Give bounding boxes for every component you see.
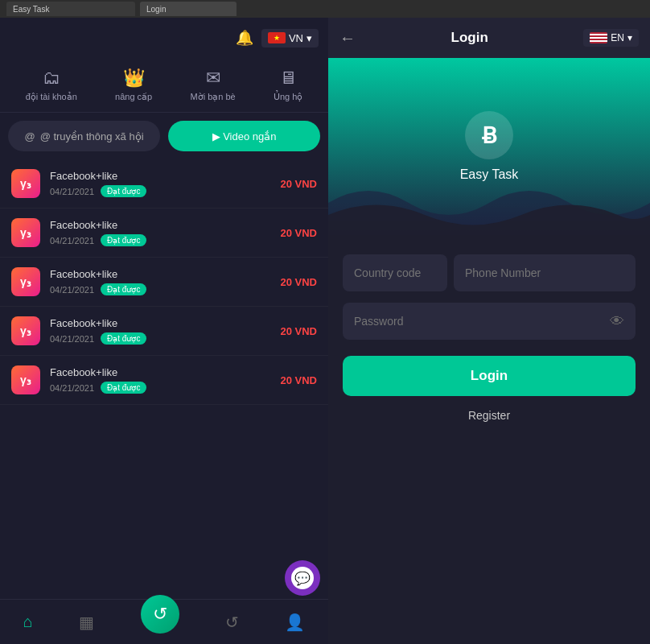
register-link[interactable]: Register [343, 409, 636, 422]
task-date-0: 04/21/2021 [50, 187, 94, 196]
logo-icon: Ƀ [482, 122, 497, 149]
register-label: Register [468, 409, 510, 422]
bottom-nav-profile[interactable]: 👤 [285, 613, 305, 632]
task-amount-2: 20 VND [280, 276, 317, 288]
social-icon: @ [24, 130, 35, 142]
task-details-0: Facebook+like 04/21/2021 Đạt được [50, 170, 270, 197]
task-list: γ₃ Facebook+like 04/21/2021 Đạt được 20 … [0, 159, 328, 599]
login-button[interactable]: Login [343, 356, 636, 396]
add-icon: ↺ [153, 604, 167, 625]
main-area: 🔔 VN ▾ 🗂 đội tài khoản 👑 nâng cấp ✉ Mời … [0, 18, 650, 644]
lang-code: VN [289, 32, 303, 44]
nav-icons-row: 🗂 đội tài khoản 👑 nâng cấp ✉ Mời bạn bè … [0, 58, 328, 113]
task-icon-2: γ₃ [11, 267, 40, 296]
wallet-icon: ↺ [225, 613, 239, 632]
filter-video-button[interactable]: ▶ Video ngắn [168, 121, 320, 151]
home-icon: ⌂ [23, 613, 33, 631]
task-details-4: Facebook+like 04/21/2021 Đạt được [50, 366, 270, 394]
nav-label-support: Ủng hộ [274, 92, 302, 102]
nav-item-account[interactable]: 🗂 đội tài khoản [26, 68, 77, 102]
task-badge-3: Đạt được [101, 332, 146, 345]
bottom-nav-wallet[interactable]: ↺ [225, 613, 239, 632]
chat-bubble-button[interactable]: 💬 [285, 560, 320, 596]
login-title: Login [451, 30, 488, 46]
browser-tab-1[interactable]: Easy Task [6, 2, 135, 16]
login-hero: Ƀ Easy Task [328, 58, 650, 235]
task-badge-2: Đạt được [101, 283, 146, 295]
task-date-2: 04/21/2021 [50, 285, 94, 295]
back-button[interactable]: ← [339, 29, 356, 47]
table-row[interactable]: γ₃ Facebook+like 04/21/2021 Đạt được 20 … [0, 356, 328, 405]
task-name-2: Facebook+like [50, 268, 270, 280]
chevron-down-icon: ▾ [306, 32, 312, 44]
bottom-nav-tasks[interactable]: ▦ [79, 613, 94, 632]
task-date-4: 04/21/2021 [50, 383, 94, 393]
login-header: ← Login EN ▾ [328, 18, 650, 58]
nav-label-upgrade: nâng cấp [115, 92, 152, 102]
phone-row [343, 254, 636, 291]
browser-bar: Easy Task Login [0, 0, 650, 18]
nav-item-invite[interactable]: ✉ Mời bạn bè [190, 68, 235, 102]
filter-social-button[interactable]: @ @ truyền thông xã hội [8, 121, 160, 151]
task-date-row-1: 04/21/2021 Đạt được [50, 234, 270, 246]
task-amount-4: 20 VND [280, 374, 317, 386]
task-details-3: Facebook+like 04/21/2021 Đạt được [50, 317, 270, 345]
task-badge-1: Đạt được [101, 234, 146, 246]
task-name-1: Facebook+like [50, 219, 270, 231]
task-date-3: 04/21/2021 [50, 334, 94, 344]
chat-icon: 💬 [294, 571, 311, 586]
account-icon: 🗂 [43, 68, 60, 89]
language-selector-en[interactable]: EN ▾ [583, 29, 639, 47]
left-panel: 🔔 VN ▾ 🗂 đội tài khoản 👑 nâng cấp ✉ Mời … [0, 18, 328, 644]
chevron-down-icon: ▾ [627, 32, 632, 43]
phone-number-input[interactable] [454, 254, 636, 291]
app-name: Easy Task [460, 167, 519, 182]
table-row[interactable]: γ₃ Facebook+like 04/21/2021 Đạt được 20 … [0, 159, 328, 208]
nav-label-invite: Mời bạn bè [190, 92, 235, 102]
table-row[interactable]: γ₃ Facebook+like 04/21/2021 Đạt được 20 … [0, 208, 328, 258]
right-panel: ← Login EN ▾ Ƀ Easy Task [328, 18, 650, 644]
support-icon: 🖥 [279, 68, 297, 89]
task-date-row-0: 04/21/2021 Đạt được [50, 185, 270, 197]
login-form: 👁 Login Register [328, 235, 650, 644]
eye-icon[interactable]: 👁 [610, 313, 624, 330]
left-header: 🔔 VN ▾ [0, 18, 328, 58]
language-selector-vn[interactable]: VN ▾ [261, 29, 319, 47]
task-icon-3: γ₃ [11, 316, 40, 345]
filter-row: @ @ truyền thông xã hội ▶ Video ngắn [0, 113, 328, 159]
filter-video-label: ▶ Video ngắn [212, 130, 277, 142]
task-badge-0: Đạt được [101, 185, 146, 197]
table-row[interactable]: γ₃ Facebook+like 04/21/2021 Đạt được 20 … [0, 307, 328, 356]
country-code-input[interactable] [343, 254, 447, 291]
task-date-row-2: 04/21/2021 Đạt được [50, 283, 270, 295]
bottom-nav: ⌂ ▦ ↺ ↺ 👤 [0, 599, 328, 644]
bottom-nav-home[interactable]: ⌂ [23, 613, 33, 631]
login-button-label: Login [471, 368, 508, 383]
task-badge-4: Đạt được [101, 382, 146, 394]
upgrade-icon: 👑 [123, 68, 145, 89]
bell-icon[interactable]: 🔔 [236, 29, 253, 47]
task-date-row-4: 04/21/2021 Đạt được [50, 382, 270, 394]
grid-icon: ▦ [79, 613, 94, 632]
profile-icon: 👤 [285, 613, 305, 632]
task-amount-3: 20 VND [280, 325, 317, 337]
task-amount-0: 20 VND [280, 178, 317, 190]
nav-item-support[interactable]: 🖥 Ủng hộ [274, 68, 302, 102]
table-row[interactable]: γ₃ Facebook+like 04/21/2021 Đạt được 20 … [0, 258, 328, 307]
nav-item-upgrade[interactable]: 👑 nâng cấp [115, 68, 152, 102]
task-icon-0: γ₃ [11, 169, 40, 198]
task-icon-4: γ₃ [11, 365, 40, 394]
task-name-4: Facebook+like [50, 366, 270, 378]
task-name-0: Facebook+like [50, 170, 270, 182]
bottom-nav-add-button[interactable]: ↺ [141, 595, 179, 634]
tab-label-1: Easy Task [13, 5, 49, 14]
lang-label: EN [611, 32, 624, 43]
password-input[interactable] [343, 303, 636, 340]
task-date-row-3: 04/21/2021 Đạt được [50, 332, 270, 345]
invite-icon: ✉ [206, 68, 220, 89]
tab-label-2: Login [146, 5, 166, 14]
browser-tab-2[interactable]: Login [140, 2, 237, 16]
task-icon-1: γ₃ [11, 218, 40, 247]
task-amount-1: 20 VND [280, 227, 317, 239]
chat-bubble-inner: 💬 [291, 567, 314, 589]
